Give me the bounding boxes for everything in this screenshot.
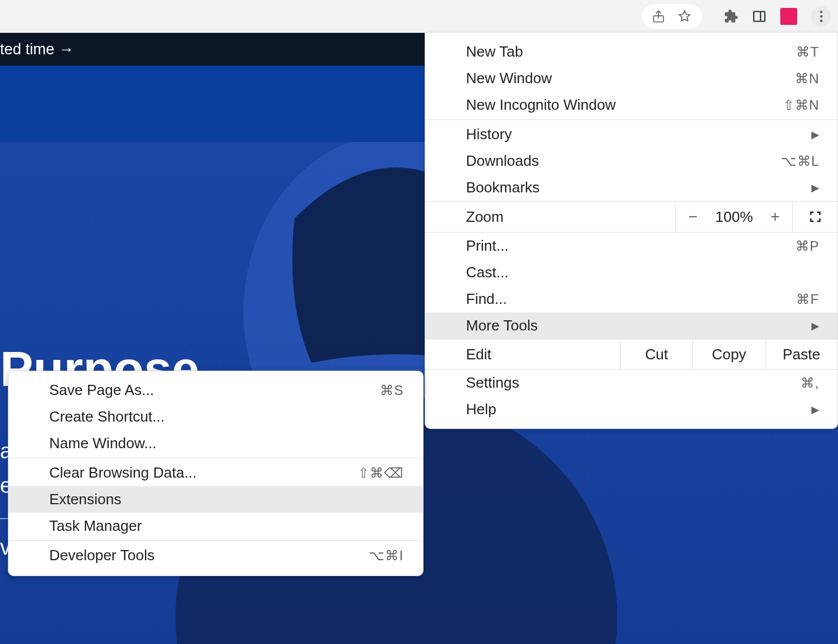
menu-label: Task Manager (49, 517, 142, 535)
svg-point-5 (820, 20, 823, 23)
menu-label: Bookmarks (466, 179, 540, 196)
shortcut-text: ⌘F (796, 291, 819, 307)
shortcut-text: ⌘P (796, 238, 819, 254)
submenu-developer-tools[interactable]: Developer Tools ⌥⌘I (8, 542, 423, 569)
menu-edit-row: Edit Cut Copy Paste (425, 339, 837, 370)
menu-label: Create Shortcut... (49, 408, 165, 426)
submenu-extensions[interactable]: Extensions (8, 486, 423, 513)
menu-label: More Tools (466, 317, 538, 334)
shortcut-text: ⌘S (380, 383, 404, 398)
menu-label: Print... (466, 237, 508, 255)
menu-label: New Tab (466, 43, 523, 61)
menu-bookmarks[interactable]: Bookmarks ▶ (425, 174, 837, 201)
banner-text: ted time → (0, 41, 74, 58)
menu-label: New Window (466, 70, 552, 87)
menu-zoom-row: Zoom − 100% + (425, 201, 837, 233)
submenu-name-window[interactable]: Name Window... (8, 430, 423, 457)
sidepanel-icon[interactable] (752, 9, 767, 24)
submenu-task-manager[interactable]: Task Manager (8, 513, 423, 539)
submenu-clear-browsing[interactable]: Clear Browsing Data... ⇧⌘⌫ (8, 460, 423, 486)
menu-separator (8, 458, 423, 458)
chevron-right-icon: ▶ (811, 128, 819, 141)
menu-label: Extensions (49, 491, 121, 508)
fullscreen-button[interactable] (792, 201, 837, 232)
menu-label: Developer Tools (49, 547, 155, 564)
browser-toolbar (0, 0, 838, 33)
chrome-main-menu: New Tab ⌘T New Window ⌘N New Incognito W… (425, 33, 838, 429)
chrome-menu-button[interactable] (811, 6, 831, 27)
extensions-puzzle-icon[interactable] (724, 9, 738, 24)
menu-help[interactable]: Help ▶ (425, 396, 837, 423)
bookmark-star-icon[interactable] (677, 9, 692, 24)
shortcut-text: ⌘T (796, 44, 819, 60)
zoom-label: Zoom (425, 201, 675, 232)
menu-label: History (466, 126, 512, 143)
shortcut-text: ⌘N (795, 71, 819, 87)
edit-paste-button[interactable]: Paste (765, 340, 837, 369)
menu-label: Name Window... (49, 435, 156, 452)
submenu-save-page[interactable]: Save Page As... ⌘S (8, 377, 423, 403)
chevron-right-icon: ▶ (811, 182, 819, 194)
menu-history[interactable]: History ▶ (425, 121, 837, 148)
shortcut-text: ⇧⌘⌫ (358, 465, 404, 481)
zoom-out-button[interactable]: − (676, 208, 710, 226)
menu-label: Find... (466, 290, 507, 308)
shortcut-text: ⌥⌘L (781, 153, 819, 169)
edit-label: Edit (425, 340, 620, 369)
shortcut-text: ⇧⌘N (783, 97, 819, 113)
menu-more-tools[interactable]: More Tools ▶ (425, 312, 837, 339)
menu-settings[interactable]: Settings ⌘, (425, 370, 837, 396)
menu-find[interactable]: Find... ⌘F (425, 286, 837, 312)
menu-label: Save Page As... (49, 381, 154, 399)
menu-cast[interactable]: Cast... (425, 259, 837, 286)
menu-separator (8, 540, 423, 541)
menu-downloads[interactable]: Downloads ⌥⌘L (425, 148, 837, 174)
menu-print[interactable]: Print... ⌘P (425, 233, 837, 259)
chevron-right-icon: ▶ (811, 403, 819, 416)
menu-label: Settings (466, 374, 519, 392)
menu-new-incognito[interactable]: New Incognito Window ⇧⌘N (425, 92, 837, 118)
more-tools-submenu: Save Page As... ⌘S Create Shortcut... Na… (8, 371, 424, 576)
zoom-in-button[interactable]: + (758, 208, 792, 226)
menu-label: Help (466, 401, 496, 418)
menu-separator (425, 119, 837, 120)
shortcut-text: ⌘, (801, 375, 819, 391)
menu-new-window[interactable]: New Window ⌘N (425, 65, 837, 92)
menu-label: New Incognito Window (466, 96, 615, 114)
menu-new-tab[interactable]: New Tab ⌘T (425, 38, 837, 65)
profile-avatar[interactable] (780, 8, 797, 25)
omnibox-actions (642, 4, 702, 29)
chevron-right-icon: ▶ (811, 320, 819, 332)
edit-copy-button[interactable]: Copy (692, 340, 765, 369)
shortcut-text: ⌥⌘I (369, 548, 404, 564)
svg-point-4 (820, 15, 823, 18)
edit-cut-button[interactable]: Cut (620, 340, 692, 369)
menu-label: Cast... (466, 264, 508, 281)
zoom-value: 100% (710, 208, 758, 226)
share-icon[interactable] (651, 9, 666, 24)
svg-point-3 (820, 11, 823, 14)
svg-rect-1 (754, 11, 765, 21)
menu-label: Clear Browsing Data... (49, 464, 196, 482)
menu-label: Downloads (466, 152, 539, 170)
submenu-create-shortcut[interactable]: Create Shortcut... (8, 403, 423, 430)
